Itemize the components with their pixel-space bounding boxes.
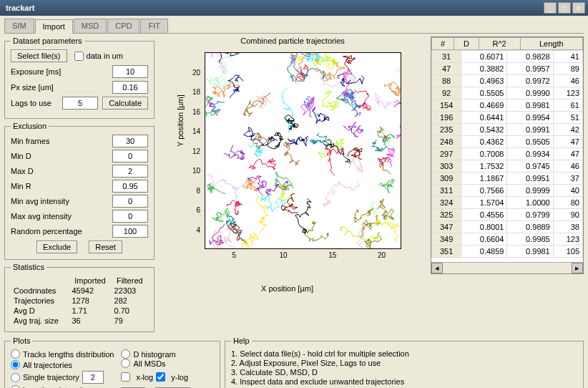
table-cell: 123 bbox=[553, 87, 582, 100]
plot-radio-label: Single trajectory bbox=[23, 373, 79, 382]
plot-radio[interactable] bbox=[11, 360, 20, 369]
data-table[interactable]: #DR^2Length 310.60710.982841470.38820.99… bbox=[431, 37, 584, 274]
statistics-legend: Statistics bbox=[11, 263, 46, 271]
table-row[interactable]: 3490.66040.9985123 bbox=[432, 233, 583, 246]
exclusion-input-6[interactable] bbox=[112, 225, 148, 238]
tab-cpd[interactable]: CPD bbox=[107, 19, 139, 33]
exclusion-input-5[interactable] bbox=[112, 210, 148, 223]
tab-fit[interactable]: FIT bbox=[140, 19, 168, 33]
help-group: Help 1. Select data file(s) - hold ctrl … bbox=[225, 336, 584, 388]
trajectory-chart: Y position [µm] 5101520468101214161820 bbox=[175, 47, 411, 283]
stats-cell: 282 bbox=[112, 296, 148, 306]
help-line: 2. Adjust Exposure, Pixel Size, Lags to … bbox=[231, 359, 577, 367]
xlog-label: x-log bbox=[136, 373, 153, 382]
tab-msd[interactable]: MSD bbox=[74, 19, 107, 33]
calculate-button[interactable]: Calculate bbox=[102, 97, 148, 110]
stats-cell: Avg D bbox=[11, 306, 69, 316]
stats-cell: Avg traj. size bbox=[11, 316, 69, 326]
single-trajectory-input[interactable] bbox=[82, 371, 104, 384]
y-tick: 14 bbox=[192, 127, 200, 135]
table-cell: 0.7008 bbox=[461, 148, 507, 160]
plot-radio[interactable] bbox=[11, 373, 20, 382]
plot-radio[interactable] bbox=[121, 359, 130, 368]
table-cell: 0.7566 bbox=[461, 185, 507, 197]
tab-import[interactable]: Import bbox=[35, 19, 73, 34]
close-button[interactable]: × bbox=[572, 2, 585, 14]
table-cell: 1.7532 bbox=[461, 160, 507, 173]
table-cell: 31 bbox=[432, 51, 461, 63]
table-hscroll[interactable]: ◂ ▸ bbox=[431, 262, 583, 273]
table-row[interactable]: 2480.43620.950547 bbox=[432, 136, 583, 148]
table-row[interactable]: 3510.48590.9981105 bbox=[432, 246, 583, 258]
exclusion-input-0[interactable] bbox=[112, 135, 148, 147]
table-row[interactable]: 3470.80010.988938 bbox=[432, 221, 583, 233]
data-in-um-checkbox[interactable] bbox=[74, 52, 84, 61]
table-header: D bbox=[454, 38, 479, 50]
plot-radio[interactable] bbox=[11, 349, 20, 359]
table-row[interactable]: 3031.75320.974546 bbox=[432, 160, 583, 173]
table-cell: 0.9799 bbox=[507, 209, 553, 221]
table-cell: 0.4669 bbox=[461, 100, 507, 112]
table-cell: 80 bbox=[553, 197, 582, 209]
exclusion-input-2[interactable] bbox=[112, 165, 148, 178]
table-cell: 38 bbox=[553, 221, 582, 233]
select-files-button[interactable]: Select file(s) bbox=[11, 49, 67, 62]
plot-radio[interactable] bbox=[11, 385, 20, 388]
table-row[interactable]: 310.60710.982841 bbox=[432, 51, 583, 63]
exclusion-input-3[interactable] bbox=[112, 180, 148, 193]
table-row[interactable]: 3091.18670.995137 bbox=[432, 173, 583, 185]
maximize-button[interactable]: □ bbox=[558, 2, 571, 14]
table-cell: 90 bbox=[553, 209, 582, 221]
pxsize-input[interactable] bbox=[112, 81, 148, 94]
table-row[interactable]: 470.38820.995789 bbox=[432, 63, 583, 75]
table-cell: 235 bbox=[432, 124, 461, 136]
table-cell: 325 bbox=[432, 209, 461, 221]
tab-bar: SIMImportMSDCPDFIT bbox=[4, 19, 584, 34]
tab-sim[interactable]: SIM bbox=[4, 19, 34, 33]
table-row[interactable]: 3110.75660.999940 bbox=[432, 185, 583, 197]
table-row[interactable]: 3250.45560.979990 bbox=[432, 209, 583, 221]
scroll-right-arrow-icon[interactable]: ▸ bbox=[572, 263, 583, 273]
table-cell: 0.9990 bbox=[507, 87, 553, 100]
stats-cell: 79 bbox=[112, 316, 148, 326]
table-cell: 0.9999 bbox=[507, 185, 553, 197]
window-title: trackart bbox=[3, 4, 544, 12]
table-row[interactable]: 1960.64410.995451 bbox=[432, 112, 583, 124]
stats-cell: 1.71 bbox=[69, 306, 111, 316]
table-row[interactable]: 2970.70080.993447 bbox=[432, 148, 583, 160]
exclusion-input-1[interactable] bbox=[112, 150, 148, 163]
table-cell: 297 bbox=[432, 148, 461, 160]
exposure-input[interactable] bbox=[112, 65, 148, 78]
table-cell: 47 bbox=[553, 136, 582, 148]
exclusion-label: Min frames bbox=[11, 137, 112, 145]
table-row[interactable]: 920.55050.9990123 bbox=[432, 87, 583, 100]
reset-button[interactable]: Reset bbox=[89, 241, 122, 253]
scroll-left-arrow-icon[interactable]: ◂ bbox=[431, 263, 443, 273]
table-cell: 47 bbox=[553, 148, 582, 160]
table-row[interactable]: 1540.46690.998161 bbox=[432, 100, 583, 112]
table-row[interactable]: 3241.57041.000080 bbox=[432, 197, 583, 209]
stats-header bbox=[11, 276, 69, 286]
table-cell: 0.9981 bbox=[507, 100, 553, 112]
table-cell: 0.6071 bbox=[461, 51, 507, 63]
table-cell: 154 bbox=[432, 100, 461, 112]
xlog-checkbox[interactable] bbox=[121, 372, 130, 382]
stats-cell: Trajectories bbox=[11, 296, 69, 306]
table-cell: 92 bbox=[432, 87, 461, 100]
x-tick: 15 bbox=[328, 251, 336, 259]
table-row[interactable]: 2350.54320.999142 bbox=[432, 124, 583, 136]
table-cell: 0.9972 bbox=[507, 75, 553, 87]
lags-input[interactable] bbox=[62, 97, 98, 110]
table-cell: 0.9991 bbox=[507, 124, 553, 136]
exclusion-input-4[interactable] bbox=[112, 195, 148, 208]
table-cell: 0.9889 bbox=[507, 221, 553, 233]
table-cell: 89 bbox=[553, 63, 582, 75]
table-cell: 349 bbox=[432, 233, 461, 246]
ylog-checkbox[interactable] bbox=[156, 372, 165, 382]
table-cell: 0.9828 bbox=[507, 51, 553, 63]
plot-radio[interactable] bbox=[121, 349, 130, 359]
exclude-button[interactable]: Exclude bbox=[36, 241, 77, 253]
stats-header: Imported bbox=[69, 276, 111, 286]
minimize-button[interactable]: _ bbox=[544, 2, 557, 14]
table-row[interactable]: 880.49630.997246 bbox=[432, 75, 583, 87]
